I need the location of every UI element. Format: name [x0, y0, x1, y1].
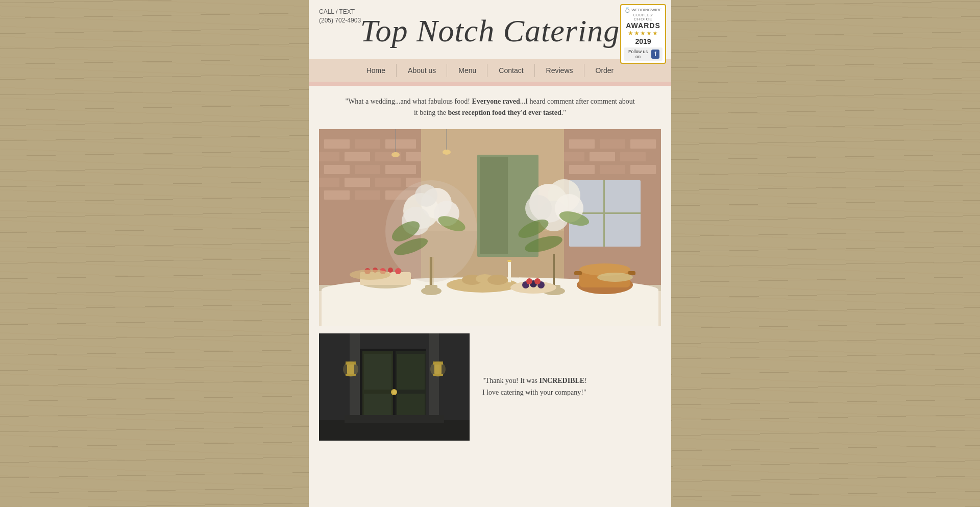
svg-point-88: [526, 278, 532, 284]
svg-point-91: [597, 273, 633, 282]
svg-rect-100: [397, 354, 425, 390]
pink-divider: [309, 82, 671, 86]
quote-part1: "What a wedding...and what fabulous food…: [345, 98, 472, 105]
hero-quote: "What a wedding...and what fabulous food…: [309, 86, 671, 127]
choice-text: CHOICE: [624, 17, 663, 21]
svg-point-115: [430, 361, 446, 377]
follow-us-bar[interactable]: Follow us on f: [624, 47, 663, 61]
svg-rect-14: [345, 178, 370, 187]
svg-point-36: [391, 152, 400, 157]
second-quote-post: !: [584, 377, 587, 384]
svg-point-90: [350, 270, 390, 280]
nav-contact[interactable]: Contact: [487, 59, 534, 82]
quote-line2-pre: it being the: [414, 109, 448, 116]
svg-rect-15: [375, 178, 401, 187]
svg-rect-32: [630, 165, 656, 174]
nav-reviews[interactable]: Reviews: [535, 59, 584, 82]
svg-rect-24: [569, 139, 595, 149]
nav-order[interactable]: Order: [584, 59, 625, 82]
quote-bold1: Everyone raved: [472, 98, 520, 105]
svg-rect-43: [322, 290, 658, 326]
svg-point-38: [443, 150, 451, 155]
svg-rect-106: [319, 420, 470, 441]
svg-rect-6: [319, 152, 339, 161]
svg-rect-27: [564, 152, 584, 161]
svg-rect-26: [630, 139, 656, 149]
svg-rect-13: [319, 178, 339, 187]
svg-rect-10: [324, 165, 350, 174]
second-quote-bold: INCREDIBLE: [539, 377, 584, 384]
quote-text: "What a wedding...and what fabulous food…: [329, 96, 651, 119]
svg-point-93: [507, 260, 511, 262]
phone-number: (205) 702-4903: [319, 16, 361, 25]
second-quote-line2: I love catering with your company!": [482, 389, 586, 396]
second-quote-pre: "Thank you! It was: [482, 377, 539, 384]
catering-illustration: [319, 129, 661, 326]
contact-info: CALL / TEXT (205) 702-4903: [319, 8, 361, 25]
quote-bold2: best reception food they'd ever tasted: [448, 109, 561, 116]
svg-rect-29: [620, 152, 646, 161]
svg-rect-30: [569, 165, 595, 174]
svg-rect-107: [345, 415, 444, 423]
svg-rect-31: [600, 165, 625, 174]
ring-icon: 💍: [624, 7, 630, 13]
svg-point-111: [343, 361, 358, 377]
svg-point-103: [393, 390, 397, 394]
call-label: CALL / TEXT: [319, 8, 361, 16]
svg-point-78: [487, 275, 508, 285]
site-title: Top Notch Catering: [360, 13, 620, 49]
second-quote-text: "Thank you! It was INCREDIBLE! I love ca…: [482, 375, 587, 398]
quote-part2: ...I heard comment after comment about: [520, 98, 635, 105]
svg-rect-56: [425, 285, 437, 294]
nav-menu[interactable]: Menu: [447, 59, 487, 82]
couples-text: COUPLES': [624, 13, 663, 17]
svg-rect-82: [574, 271, 582, 275]
awards-text: AWARDS: [624, 21, 663, 30]
star-rating: ★★★★★: [624, 30, 663, 37]
second-image: [319, 333, 470, 441]
follow-label: Follow us on: [627, 49, 649, 59]
hero-image: [319, 129, 661, 326]
svg-rect-12: [385, 165, 416, 174]
svg-rect-17: [324, 190, 350, 200]
header: CALL / TEXT (205) 702-4903 💍 WEDDINGWIRE…: [309, 0, 671, 59]
svg-point-89: [534, 278, 541, 284]
svg-rect-98: [364, 354, 391, 390]
svg-rect-11: [355, 165, 380, 174]
second-quote: "Thank you! It was INCREDIBLE! I love ca…: [470, 333, 671, 441]
svg-rect-25: [600, 139, 625, 149]
svg-point-73: [388, 268, 393, 273]
svg-rect-21: [480, 157, 508, 254]
svg-rect-4: [355, 139, 380, 149]
nav-about[interactable]: About us: [397, 59, 447, 82]
svg-rect-92: [508, 262, 511, 282]
weddingwire-badge[interactable]: 💍 WEDDINGWIRE COUPLES' CHOICE AWARDS ★★★…: [620, 4, 666, 64]
second-illustration: [319, 333, 470, 441]
svg-rect-7: [345, 152, 370, 161]
second-section: "Thank you! It was INCREDIBLE! I love ca…: [309, 333, 671, 441]
svg-rect-28: [590, 152, 615, 161]
quote-line2-post: .": [561, 109, 566, 116]
svg-point-61: [525, 195, 552, 222]
navigation: Home About us Menu Contact Reviews Order: [309, 59, 671, 82]
svg-rect-3: [324, 139, 350, 149]
svg-rect-18: [355, 190, 380, 200]
facebook-icon[interactable]: f: [651, 50, 659, 59]
weddingwire-logo: 💍 WEDDINGWIRE: [624, 7, 663, 13]
svg-point-49: [415, 184, 437, 207]
svg-rect-9: [406, 152, 421, 161]
nav-home[interactable]: Home: [355, 59, 397, 82]
svg-rect-5: [385, 139, 416, 149]
svg-point-74: [395, 268, 401, 274]
award-year: 2019: [624, 37, 663, 45]
